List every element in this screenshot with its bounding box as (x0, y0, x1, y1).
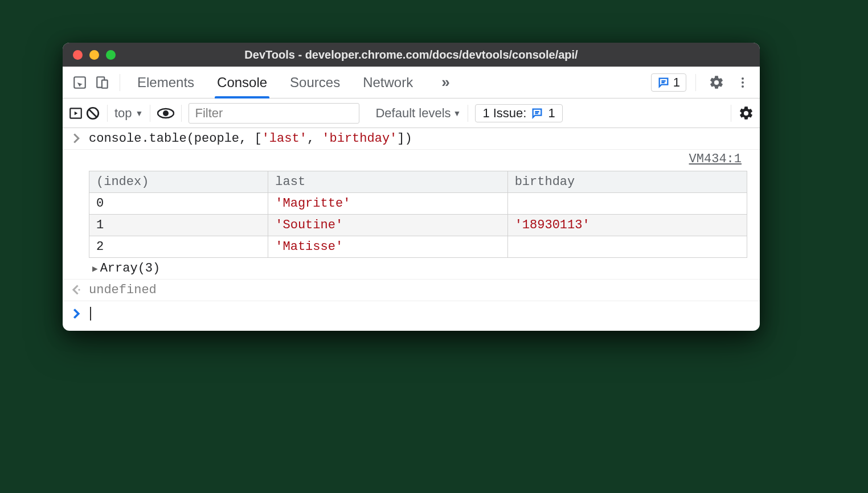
console-output-row: VM434:1 (index) last birthday 0 'Magritt… (63, 150, 760, 280)
minimize-window-button[interactable] (89, 50, 99, 60)
dropdown-triangle-icon: ▼ (453, 109, 461, 118)
inspect-element-icon[interactable] (68, 71, 91, 94)
table-row[interactable]: 2 'Matisse' (89, 236, 747, 258)
th-last[interactable]: last (268, 171, 507, 193)
table-row[interactable]: 1 'Soutine' '18930113' (89, 215, 747, 236)
svg-line-11 (89, 109, 97, 117)
clear-console-icon[interactable] (85, 106, 100, 121)
th-birthday[interactable]: birthday (507, 171, 747, 193)
svg-point-16 (78, 289, 80, 290)
return-value: undefined (89, 283, 157, 297)
input-chevron-icon (69, 132, 83, 144)
live-expression-icon[interactable] (157, 108, 174, 119)
execution-context-selector[interactable]: top ▼ (114, 106, 143, 121)
issues-count: 1 (548, 106, 555, 121)
console-settings-icon[interactable] (738, 105, 754, 121)
titlebar: DevTools - developer.chrome.com/docs/dev… (63, 43, 760, 67)
close-window-button[interactable] (73, 50, 83, 60)
array-disclosure[interactable]: ▶ Array(3) (89, 261, 753, 276)
context-label: top (114, 106, 132, 121)
console-return-row: undefined (63, 280, 760, 301)
text-caret (90, 307, 91, 321)
table-row[interactable]: 0 'Magritte' (89, 193, 747, 215)
settings-icon[interactable] (705, 71, 728, 94)
svg-point-5 (742, 77, 744, 80)
window-title: DevTools - developer.chrome.com/docs/dev… (71, 48, 752, 61)
window-controls (73, 50, 116, 60)
disclosure-triangle-icon: ▶ (92, 263, 98, 274)
source-link[interactable]: VM434:1 (89, 150, 753, 169)
th-index[interactable]: (index) (89, 171, 268, 193)
issues-pill[interactable]: 1 Issue: 1 (475, 104, 562, 122)
filter-input[interactable] (189, 103, 359, 124)
console-prompt-row[interactable] (63, 301, 760, 331)
command-text[interactable]: console.table(people, ['last', 'birthday… (89, 132, 412, 146)
toggle-sidebar-icon[interactable] (68, 106, 83, 121)
chat-icon (657, 76, 670, 89)
more-tabs-icon[interactable]: » (436, 73, 455, 91)
chat-icon (531, 107, 543, 120)
main-tabstrip: Elements Console Sources Network » 1 (63, 67, 760, 98)
console-input-row: console.table(people, ['last', 'birthday… (63, 128, 760, 150)
top-issues-count: 1 (673, 75, 680, 90)
console-body: console.table(people, ['last', 'birthday… (63, 128, 760, 331)
kebab-menu-icon[interactable] (731, 71, 754, 94)
dropdown-triangle-icon: ▼ (136, 109, 144, 118)
issues-label: 1 Issue: (482, 106, 526, 121)
devtools-window: DevTools - developer.chrome.com/docs/dev… (63, 43, 760, 331)
console-toolbar: top ▼ Default levels ▼ 1 Issue: (63, 98, 760, 128)
console-table: (index) last birthday 0 'Magritte' 1 (89, 171, 747, 258)
tab-console[interactable]: Console (217, 67, 267, 98)
device-toolbar-icon[interactable] (91, 71, 114, 94)
top-issues-badge[interactable]: 1 (651, 73, 686, 92)
tab-sources[interactable]: Sources (290, 67, 340, 98)
svg-point-6 (742, 81, 744, 84)
tab-elements[interactable]: Elements (137, 67, 194, 98)
zoom-window-button[interactable] (106, 50, 116, 60)
tab-network[interactable]: Network (363, 67, 413, 98)
svg-point-13 (163, 110, 169, 116)
svg-point-7 (742, 85, 744, 88)
panel-tabs: Elements Console Sources Network » (126, 67, 467, 98)
return-chevron-icon (69, 283, 83, 295)
levels-label: Default levels (375, 106, 451, 121)
array-summary: Array(3) (100, 261, 161, 276)
prompt-chevron-icon (69, 307, 83, 319)
svg-rect-2 (102, 80, 108, 88)
svg-marker-9 (75, 111, 77, 115)
log-levels-selector[interactable]: Default levels ▼ (375, 106, 461, 121)
